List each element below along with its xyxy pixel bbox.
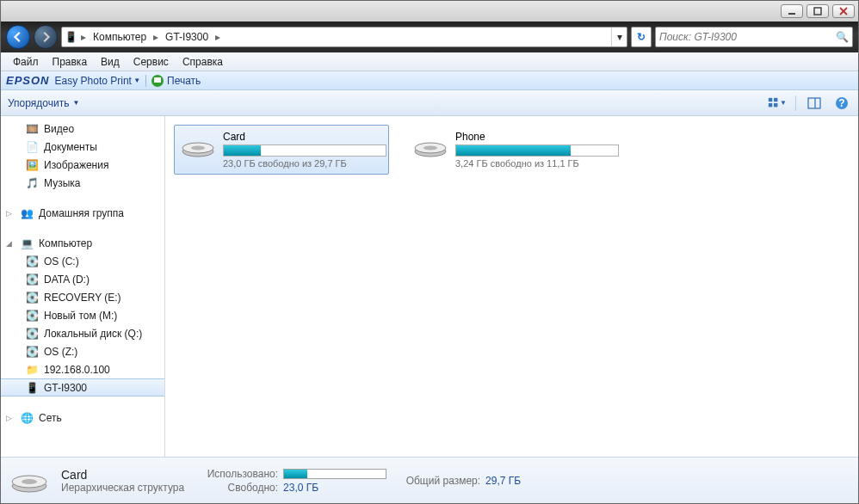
documents-icon: 📄 [25, 140, 39, 154]
forward-button[interactable] [34, 25, 58, 49]
svg-rect-6 [769, 103, 772, 107]
minimize-button[interactable] [781, 4, 803, 18]
tree-device-gt-i9300[interactable]: 📱GT-I9300 [1, 378, 164, 396]
body: 🎞️Видео 📄Документы 🖼️Изображения 🎵Музыка… [1, 116, 858, 457]
epson-toolbar: EPSON Easy Photo Print ▼ Печать [1, 71, 858, 90]
details-free-label: Свободно: [196, 482, 278, 494]
tree-network[interactable]: ▷🌐Сеть [1, 409, 164, 427]
help-button[interactable]: ? [832, 94, 851, 113]
svg-rect-7 [774, 103, 777, 107]
chevron-down-icon: ▼ [780, 99, 787, 107]
tree-computer[interactable]: ◢💻Компьютер [1, 234, 164, 252]
menu-file[interactable]: Файл [6, 56, 46, 68]
storage-icon [9, 464, 49, 496]
storage-icon [412, 131, 448, 160]
details-total-value: 29,7 ГБ [485, 475, 521, 487]
expand-icon[interactable]: ▷ [6, 209, 15, 218]
maximize-button[interactable] [806, 4, 829, 18]
tree-drive-m[interactable]: 💽Новый том (M:) [1, 306, 164, 324]
drive-icon: 💽 [25, 327, 39, 341]
epson-easy-photo-print[interactable]: Easy Photo Print [55, 75, 132, 87]
tree-drive-q[interactable]: 💽Локальный диск (Q:) [1, 324, 164, 342]
tree-net-location[interactable]: 📁192.168.0.100 [1, 360, 164, 378]
usage-bar [455, 144, 619, 157]
chevron-down-icon: ▼ [72, 99, 79, 107]
tree-drive-z[interactable]: 💽OS (Z:) [1, 342, 164, 360]
organize-label: Упорядочить [8, 97, 69, 109]
search-box[interactable]: 🔍 [655, 27, 853, 47]
device-icon: 📱 [25, 381, 39, 395]
tree-drive-c[interactable]: 💽OS (C:) [1, 252, 164, 270]
menu-tools[interactable]: Сервис [127, 56, 176, 68]
details-type: Иерархическая структура [61, 482, 184, 494]
details-pane: Card Иерархическая структура Использован… [1, 457, 858, 503]
epson-logo: EPSON [6, 74, 50, 87]
content-pane[interactable]: Card 23,0 ГБ свободно из 29,7 ГБ Phone 3… [165, 116, 858, 457]
usage-bar [223, 144, 386, 157]
nav-row: 📱 ▸ Компьютер ▸ GT-I9300 ▸ ▾ ↻ 🔍 [1, 22, 858, 52]
back-button[interactable] [6, 25, 30, 49]
network-drive-icon: 📁 [25, 363, 39, 377]
address-bar[interactable]: 📱 ▸ Компьютер ▸ GT-I9300 ▸ ▾ [61, 27, 627, 47]
tree-homegroup[interactable]: ▷👥Домашняя группа [1, 204, 164, 222]
search-input[interactable] [659, 31, 836, 43]
organize-toolbar: Упорядочить ▼ ▼ ? [1, 90, 858, 116]
storage-name: Phone [455, 131, 619, 143]
navigation-tree: 🎞️Видео 📄Документы 🖼️Изображения 🎵Музыка… [1, 116, 165, 457]
preview-pane-button[interactable] [805, 94, 824, 113]
drive-icon: 💽 [25, 345, 39, 359]
details-free-value: 23,0 ГБ [283, 482, 318, 494]
close-button[interactable] [832, 4, 855, 18]
breadcrumb-computer[interactable]: Компьютер [88, 28, 151, 46]
computer-icon: 💻 [20, 237, 34, 250]
view-options-button[interactable]: ▼ [768, 94, 787, 113]
storage-phone[interactable]: Phone 3,24 ГБ свободно из 11,1 ГБ [406, 125, 621, 175]
svg-rect-8 [808, 98, 820, 108]
menu-view[interactable]: Вид [94, 56, 127, 68]
menu-edit[interactable]: Правка [46, 56, 95, 68]
breadcrumb-separator: ▸ [151, 31, 160, 43]
search-icon: 🔍 [836, 31, 849, 43]
network-icon: 🌐 [20, 411, 34, 425]
storage-icon [180, 131, 216, 160]
svg-rect-5 [774, 97, 777, 101]
drive-icon: 💽 [25, 255, 39, 268]
menu-bar: Файл Правка Вид Сервис Справка [1, 52, 858, 71]
drive-icon: 💽 [25, 291, 39, 304]
menu-help[interactable]: Справка [176, 56, 230, 68]
collapse-icon[interactable]: ◢ [6, 239, 15, 248]
svg-rect-4 [769, 97, 772, 101]
music-icon: 🎵 [25, 176, 39, 190]
svg-point-17 [423, 146, 437, 151]
address-dropdown[interactable]: ▾ [611, 28, 627, 46]
videos-icon: 🎞️ [25, 122, 39, 136]
expand-icon[interactable]: ▷ [6, 414, 15, 422]
refresh-button[interactable]: ↻ [631, 27, 652, 47]
svg-rect-0 [788, 13, 795, 15]
organize-button[interactable]: Упорядочить ▼ [8, 97, 79, 109]
epson-dropdown-icon[interactable]: ▼ [132, 77, 140, 84]
homegroup-icon: 👥 [20, 206, 34, 220]
breadcrumb-current[interactable]: GT-I9300 [160, 28, 213, 46]
tree-music[interactable]: 🎵Музыка [1, 174, 164, 192]
epson-print[interactable]: Печать [167, 75, 201, 87]
details-usage-bar [283, 469, 386, 479]
pictures-icon: 🖼️ [25, 158, 39, 172]
details-used-label: Использовано: [196, 468, 278, 480]
svg-text:?: ? [838, 97, 844, 109]
tree-drive-d[interactable]: 💽DATA (D:) [1, 270, 164, 288]
storage-name: Card [223, 131, 386, 143]
explorer-window: 📱 ▸ Компьютер ▸ GT-I9300 ▸ ▾ ↻ 🔍 Файл Пр… [0, 0, 859, 504]
details-total-label: Общий размер: [399, 475, 480, 487]
storage-free-text: 3,24 ГБ свободно из 11,1 ГБ [455, 158, 619, 169]
tree-videos[interactable]: 🎞️Видео [1, 120, 164, 138]
storage-card[interactable]: Card 23,0 ГБ свободно из 29,7 ГБ [174, 125, 389, 175]
svg-point-20 [22, 479, 37, 484]
tree-drive-e[interactable]: 💽RECOVERY (E:) [1, 288, 164, 306]
svg-point-14 [191, 146, 205, 151]
device-icon: 📱 [62, 31, 79, 43]
details-name: Card [61, 468, 184, 482]
breadcrumb-separator: ▸ [213, 31, 222, 43]
tree-pictures[interactable]: 🖼️Изображения [1, 156, 164, 174]
tree-documents[interactable]: 📄Документы [1, 138, 164, 156]
